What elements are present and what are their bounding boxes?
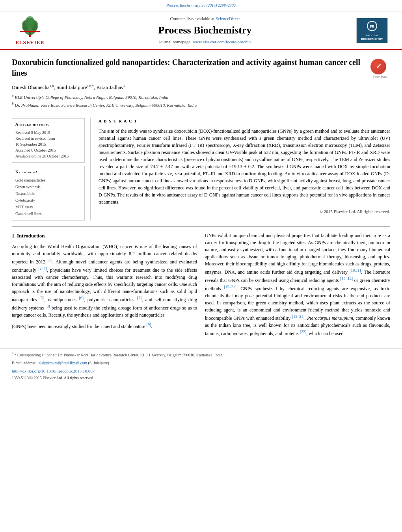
- intro-para-1: According to the World Health Organizati…: [12, 243, 197, 319]
- affil-b-text: Dr. Prabhakar Kore Basic Science Researc…: [15, 103, 197, 108]
- affiliation-b: b Dr. Prabhakar Kore Basic Science Resea…: [12, 101, 390, 108]
- homepage-label: journal homepage:: [159, 39, 192, 44]
- issn-notice: 1359-5113/© 2015 Elsevier Ltd. All right…: [12, 375, 390, 381]
- journal-title: Process Biochemistry: [54, 23, 356, 37]
- corresponding-author-text: * Corresponding author at: Dr. Prabhakar…: [15, 353, 223, 358]
- crossmark-area: ✓ CrossMark: [370, 59, 390, 79]
- keyword-2: Green synthesis: [15, 184, 81, 190]
- author-2-sup: a,b,*: [87, 84, 94, 88]
- journal-logo-icon: PB: [364, 20, 380, 34]
- received-revised-date: 10 September 2015: [15, 141, 81, 147]
- keyword-6: Cancer cell lines: [15, 210, 81, 217]
- svg-text:PB: PB: [370, 24, 374, 28]
- right-column: A B S T R A C T The aim of the study was…: [99, 118, 390, 221]
- ref-10-11[interactable]: [10,11]: [350, 268, 361, 272]
- homepage-line: journal homepage: www.elsevier.com/locat…: [54, 39, 356, 45]
- article-title-area: Doxorubicin functionalized gold nanopart…: [12, 57, 390, 79]
- ref-9[interactable]: [9]: [147, 323, 151, 327]
- email-name: (S. Jalalpure).: [88, 361, 110, 365]
- ref-12-14[interactable]: [12–14]: [340, 276, 353, 281]
- elsevier-tree-icon: [18, 15, 42, 38]
- article-info-box: Article history: Received 9 May 2015 Rec…: [12, 118, 85, 163]
- doi-link[interactable]: http://dx.doi.org/10.1016/j.procbio.2015…: [12, 368, 390, 374]
- intro-para-3: GNPs exhibit unique chemical and physica…: [205, 232, 390, 337]
- info-abstract-section: Article history: Received 9 May 2015 Rec…: [12, 114, 390, 221]
- ref-7[interactable]: [7]: [137, 296, 142, 300]
- page-footer: * * Corresponding author at: Dr. Prabhak…: [0, 348, 402, 385]
- ref-22[interactable]: [22]: [300, 330, 307, 334]
- journal-logo-text: PROCESS BIOCHEMISTRY: [357, 34, 387, 41]
- email-link[interactable]: jalalpuresumil@rediffmail.com: [37, 361, 87, 365]
- ref-8[interactable]: [8]: [45, 304, 50, 308]
- intro-para-2: (GNPs) have been increasingly studied fo…: [12, 322, 197, 330]
- affiliations: a KLE University's College of Pharmacy, …: [12, 93, 390, 108]
- keywords-title: Keywords:: [15, 169, 81, 175]
- introduction-heading: 1. Introduction: [12, 232, 197, 240]
- svg-point-4: [25, 16, 35, 29]
- email-note: E-mail address: jalalpuresumil@rediffmai…: [12, 360, 390, 366]
- journal-logo-box: PB PROCESS BIOCHEMISTRY: [356, 18, 388, 43]
- author-3: Kiran Jadhav: [97, 84, 124, 90]
- author-2: Sunil Jalalpure: [56, 84, 87, 90]
- journal-reference: Process Biochemistry 50 (2015) 2298–2306: [166, 3, 236, 7]
- ref-6[interactable]: [6]: [79, 296, 84, 300]
- ref-15-21[interactable]: [15–21]: [224, 285, 236, 289]
- svg-rect-5: [20, 31, 40, 32]
- affil-b-sup: b: [12, 102, 14, 106]
- elsevier-logo: ELSEVIER: [15, 15, 45, 46]
- authors-line: Dinesh Dhamechaa,b, Sunil Jalalpurea,b,*…: [12, 83, 390, 91]
- journal-title-area: Contents lists available at ScienceDirec…: [54, 16, 356, 45]
- contents-label: Contents lists available at: [170, 16, 214, 21]
- journal-logo-area: PB PROCESS BIOCHEMISTRY: [356, 18, 396, 43]
- affiliation-a: a KLE University's College of Pharmacy, …: [12, 93, 390, 100]
- author-1-sup: a,b: [50, 84, 54, 88]
- crossmark-symbol: ✓: [376, 62, 382, 72]
- ref-5[interactable]: [5]: [40, 296, 45, 300]
- journal-header: ELSEVIER Contents lists available at Sci…: [0, 11, 402, 50]
- author-1: Dinesh Dhamecha: [12, 84, 50, 90]
- author-3-sup: a: [124, 84, 125, 88]
- abstract-title: A B S T R A C T: [99, 118, 390, 124]
- article-history-title: Article history:: [15, 122, 81, 127]
- available-date: Available online 20 October 2015: [15, 153, 81, 159]
- body-section: 1. Introduction According to the World H…: [12, 232, 390, 344]
- top-banner: Process Biochemistry 50 (2015) 2298–2306: [0, 0, 402, 11]
- elsevier-wordmark: ELSEVIER: [15, 39, 45, 46]
- corresponding-author-note: * * Corresponding author at: Dr. Prabhak…: [12, 352, 390, 358]
- ref-2-4[interactable]: [2–4]: [38, 266, 47, 271]
- keyword-1: Gold nanoparticles: [15, 177, 81, 184]
- keyword-5: MTT assay: [15, 204, 81, 210]
- body-left-column: 1. Introduction According to the World H…: [12, 232, 197, 340]
- ref-15-21b[interactable]: [15–21]: [292, 314, 305, 319]
- crossmark-icon: ✓: [370, 59, 386, 74]
- article-container: Doxorubicin functionalized gold nanopart…: [0, 50, 402, 348]
- species-name: Pterocarpus marsupium: [307, 315, 353, 321]
- ref-1[interactable]: [1]: [48, 258, 52, 262]
- contents-line: Contents lists available at ScienceDirec…: [54, 16, 356, 22]
- email-label: E-mail address:: [12, 361, 36, 365]
- keywords-box: Keywords: Gold nanoparticles Green synth…: [12, 166, 85, 221]
- keyword-4: Cytotoxicity: [15, 197, 81, 204]
- body-right-column: GNPs exhibit unique chemical and physica…: [205, 232, 390, 340]
- crossmark-label: CrossMark: [370, 75, 390, 79]
- keyword-3: Doxorubicin: [15, 190, 81, 197]
- left-column: Article history: Received 9 May 2015 Rec…: [12, 118, 91, 221]
- homepage-url[interactable]: www.elsevier.com/locate/procbio: [193, 39, 251, 44]
- abstract-text: The aim of the study was to synthesize d…: [99, 128, 390, 206]
- sciencedirect-link[interactable]: ScienceDirect: [216, 16, 240, 21]
- article-title: Doxorubicin functionalized gold nanopart…: [12, 57, 365, 78]
- section-separator: [12, 226, 390, 226]
- elsevier-logo-area: ELSEVIER: [6, 15, 54, 46]
- copyright-notice: © 2015 Elsevier Ltd. All rights reserved…: [99, 209, 390, 215]
- affil-a-text: KLE University's College of Pharmacy, Ne…: [15, 95, 168, 100]
- accepted-date: Accepted 6 October 2015: [15, 147, 81, 153]
- received-revised-label: Received in revised form: [15, 135, 81, 141]
- footnote-star: *: [12, 352, 13, 356]
- affil-a-sup: a: [12, 94, 14, 98]
- received-date: Received 9 May 2015: [15, 130, 81, 135]
